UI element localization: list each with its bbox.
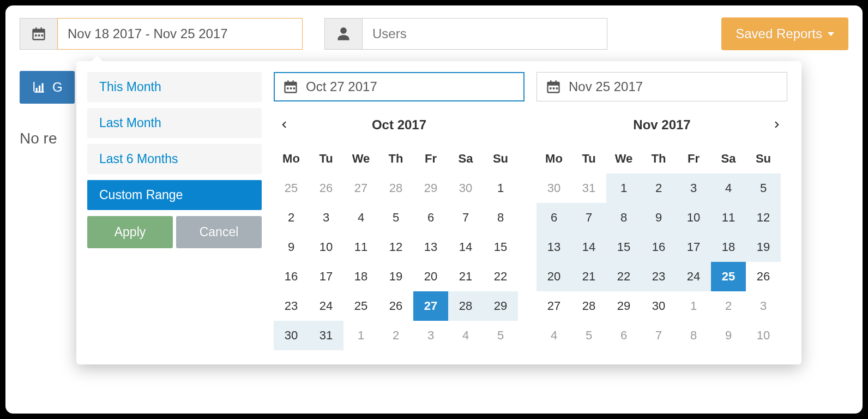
preset-last-month[interactable]: Last Month [87, 108, 262, 138]
calendar-day[interactable]: 15 [483, 232, 518, 262]
calendar-day[interactable]: 11 [343, 232, 378, 262]
calendar-day[interactable]: 7 [641, 321, 676, 350]
calendar-day[interactable]: 22 [483, 262, 518, 291]
prev-month-button[interactable] [279, 117, 289, 134]
calendar-day[interactable]: 5 [571, 321, 606, 350]
calendar-day[interactable]: 8 [483, 203, 518, 232]
calendar-day[interactable]: 24 [676, 262, 711, 291]
calendar-day[interactable]: 31 [309, 321, 343, 350]
users-input[interactable] [362, 18, 607, 50]
calendar-day[interactable]: 4 [343, 203, 378, 232]
calendar-day[interactable]: 31 [571, 173, 606, 203]
calendar-day[interactable]: 19 [378, 262, 413, 291]
calendar-day[interactable]: 18 [711, 232, 746, 262]
calendar-day[interactable]: 26 [378, 291, 413, 321]
calendar-day[interactable]: 3 [309, 203, 343, 232]
apply-button[interactable]: Apply [87, 216, 173, 248]
calendar-day[interactable]: 30 [537, 173, 571, 203]
calendar-day[interactable]: 15 [606, 232, 641, 262]
calendar-day[interactable]: 3 [413, 321, 448, 350]
calendar-day[interactable]: 17 [676, 232, 711, 262]
calendar-day[interactable]: 20 [413, 262, 448, 291]
calendar-day[interactable]: 1 [483, 173, 518, 203]
cancel-button[interactable]: Cancel [176, 216, 262, 248]
calendar-day[interactable]: 2 [378, 321, 413, 350]
calendar-day[interactable]: 6 [413, 203, 448, 232]
calendar-day[interactable]: 8 [676, 321, 711, 350]
calendar-day[interactable]: 14 [448, 232, 483, 262]
calendar-day[interactable]: 7 [571, 203, 606, 232]
calendar-day[interactable]: 3 [676, 173, 711, 203]
generate-report-button[interactable]: G [20, 71, 75, 104]
calendar-day[interactable]: 21 [571, 262, 606, 291]
calendar-day[interactable]: 28 [378, 173, 413, 203]
calendar-day[interactable]: 2 [274, 203, 309, 232]
calendar-day[interactable]: 12 [378, 232, 413, 262]
calendar-day[interactable]: 4 [537, 321, 571, 350]
preset-this-month[interactable]: This Month [87, 72, 262, 102]
calendar-day[interactable]: 4 [711, 173, 746, 203]
calendar-day[interactable]: 23 [274, 291, 309, 321]
calendar-day[interactable]: 11 [711, 203, 746, 232]
calendar-day[interactable]: 25 [343, 291, 378, 321]
calendar-day[interactable]: 6 [537, 203, 571, 232]
saved-reports-dropdown[interactable]: Saved Reports [721, 17, 848, 50]
calendar-day[interactable]: 28 [571, 291, 606, 321]
calendar-day[interactable]: 1 [606, 173, 641, 203]
calendar-day[interactable]: 19 [746, 232, 781, 262]
calendar-day[interactable]: 1 [343, 321, 378, 350]
calendar-day[interactable]: 10 [309, 232, 343, 262]
calendar-day[interactable]: 5 [746, 173, 781, 203]
calendar-day[interactable]: 16 [274, 262, 309, 291]
calendar-day[interactable]: 30 [274, 321, 309, 350]
calendar-day[interactable]: 9 [274, 232, 309, 262]
end-date-input[interactable]: Nov 25 2017 [537, 72, 787, 101]
calendar-addon[interactable] [20, 18, 58, 50]
calendar-day[interactable]: 6 [606, 321, 641, 350]
date-range-input[interactable]: Nov 18 2017 - Nov 25 2017 [57, 18, 303, 50]
calendar-day[interactable]: 10 [746, 321, 781, 350]
calendar-day[interactable]: 29 [606, 291, 641, 321]
calendar-day[interactable]: 25 [711, 262, 746, 291]
calendar-day[interactable]: 16 [641, 232, 676, 262]
preset-custom-range[interactable]: Custom Range [87, 180, 262, 210]
calendar-day[interactable]: 14 [571, 232, 606, 262]
calendar-day[interactable]: 24 [309, 291, 343, 321]
calendar-day[interactable]: 12 [746, 203, 781, 232]
calendar-day[interactable]: 8 [606, 203, 641, 232]
calendar-day[interactable]: 5 [378, 203, 413, 232]
calendar-day[interactable]: 5 [483, 321, 518, 350]
calendar-day[interactable]: 27 [343, 173, 378, 203]
calendar-day[interactable]: 2 [641, 173, 676, 203]
calendar-day[interactable]: 3 [746, 291, 781, 321]
calendar-day[interactable]: 21 [448, 262, 483, 291]
preset-last-6-months[interactable]: Last 6 Months [87, 144, 262, 174]
calendar-day[interactable]: 9 [711, 321, 746, 350]
calendar-day[interactable]: 2 [711, 291, 746, 321]
calendar-day[interactable]: 13 [537, 232, 571, 262]
calendar-day[interactable]: 9 [641, 203, 676, 232]
next-month-button[interactable] [772, 117, 782, 134]
user-addon[interactable] [324, 18, 363, 50]
calendar-day[interactable]: 18 [343, 262, 378, 291]
calendar-day[interactable]: 28 [448, 291, 483, 321]
calendar-day[interactable]: 27 [537, 291, 571, 321]
calendar-day[interactable]: 30 [448, 173, 483, 203]
calendar-day[interactable]: 30 [641, 291, 676, 321]
calendar-day[interactable]: 25 [274, 173, 309, 203]
calendar-day[interactable]: 23 [641, 262, 676, 291]
calendar-day[interactable]: 17 [309, 262, 343, 291]
calendar-day[interactable]: 7 [448, 203, 483, 232]
calendar-day[interactable]: 22 [606, 262, 641, 291]
calendar-day[interactable]: 4 [448, 321, 483, 350]
calendar-day[interactable]: 13 [413, 232, 448, 262]
start-date-input[interactable]: Oct 27 2017 [274, 72, 525, 101]
calendar-day[interactable]: 27 [413, 291, 448, 321]
calendar-day[interactable]: 20 [537, 262, 571, 291]
calendar-day[interactable]: 29 [483, 291, 518, 321]
calendar-day[interactable]: 26 [309, 173, 343, 203]
calendar-day[interactable]: 29 [413, 173, 448, 203]
calendar-day[interactable]: 10 [676, 203, 711, 232]
calendar-day[interactable]: 1 [676, 291, 711, 321]
calendar-day[interactable]: 26 [746, 262, 781, 291]
